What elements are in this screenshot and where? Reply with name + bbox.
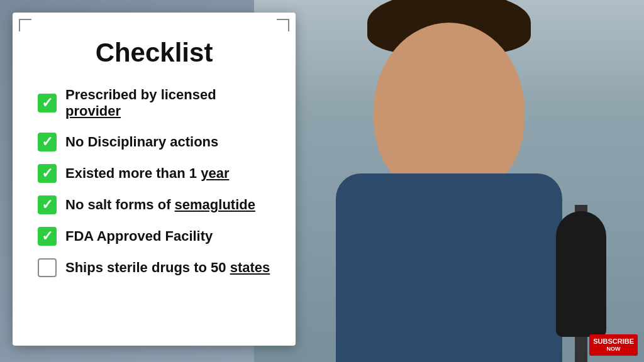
checklist-item-3: ✓ Existed more than 1 year [38, 164, 270, 183]
person-area [254, 0, 644, 362]
checklist-items: ✓ Prescribed by licensed provider ✓ No D… [38, 87, 270, 277]
checkbox-2: ✓ [38, 133, 57, 151]
checkbox-1: ✓ [38, 94, 57, 112]
subscribe-badge: SUBSCRIBE NOW [589, 334, 638, 356]
person-shirt [336, 173, 562, 362]
checklist-text-4: No salt forms of semaglutide [65, 197, 255, 213]
corner-mark-tl [19, 19, 31, 31]
checklist-item-4: ✓ No salt forms of semaglutide [38, 195, 270, 214]
checkbox-3: ✓ [38, 164, 57, 183]
checkbox-5: ✓ [38, 227, 57, 246]
checklist-item-6: Ships sterile drugs to 50 states [38, 258, 270, 277]
checklist-card: Checklist ✓ Prescribed by licensed provi… [13, 13, 296, 346]
checklist-text-1: Prescribed by licensed provider [65, 87, 270, 120]
microphone [556, 211, 606, 337]
checklist-item-5: ✓ FDA Approved Facility [38, 227, 270, 246]
checklist-text-5: FDA Approved Facility [65, 228, 213, 244]
person-silhouette [286, 0, 600, 362]
corner-mark-tr [277, 19, 289, 31]
subscribe-label: SUBSCRIBE [593, 337, 634, 346]
checklist-item-2: ✓ No Disciplinary actions [38, 133, 270, 151]
checklist-text-6: Ships sterile drugs to 50 states [65, 260, 270, 276]
checkbox-6 [38, 258, 57, 277]
person-head [374, 23, 525, 199]
checklist-text-3: Existed more than 1 year [65, 165, 229, 182]
checkbox-4: ✓ [38, 195, 57, 214]
checklist-title: Checklist [38, 38, 270, 68]
checklist-item-1: ✓ Prescribed by licensed provider [38, 87, 270, 120]
now-label: NOW [593, 346, 634, 353]
checklist-text-2: No Disciplinary actions [65, 134, 218, 150]
